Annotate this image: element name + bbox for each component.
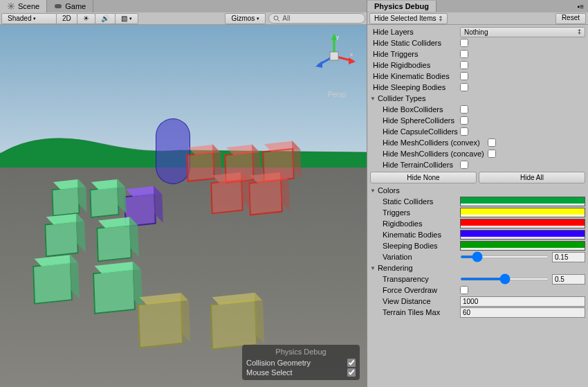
transparency-label: Transparency (370, 275, 460, 283)
transparency-slider[interactable] (460, 278, 549, 280)
hide-kinematic-label: Hide Kinematic Bodies (370, 72, 460, 80)
audio-icon: 🔊 (101, 15, 109, 22)
scene-toolbar: Shaded 2D ☀ 🔊 ▧ Gizmos All (0, 12, 367, 25)
scene-game-tabs: Scene Game (0, 0, 367, 12)
hide-box-label: Hide BoxColliders (370, 105, 460, 114)
hide-kinematic-checkbox[interactable] (460, 72, 468, 80)
svg-line-2 (278, 19, 280, 21)
hide-capsule-checkbox[interactable] (460, 127, 468, 136)
color-triggers-swatch[interactable] (460, 208, 585, 217)
hide-sphere-label: Hide SphereColliders (370, 116, 460, 125)
overlay-collision-label: Collision Geometry (246, 359, 311, 367)
panel-header: Hide Selected Items Reset (367, 12, 588, 25)
color-kinematic-label: Kinematic Bodies (370, 231, 460, 239)
view-distance-field[interactable] (460, 296, 585, 307)
lighting-toggle[interactable]: ☀ (77, 13, 95, 24)
hide-all-button[interactable]: Hide All (479, 172, 585, 183)
force-overdraw-label: Force Overdraw (370, 286, 460, 294)
terrain-tiles-field[interactable] (460, 307, 585, 318)
terrain-tiles-label: Terrain Tiles Max (370, 308, 460, 316)
hide-mesh-convex-label: Hide MeshColliders (convex) (370, 138, 488, 147)
hide-rigidbodies-label: Hide Rigidbodies (370, 61, 460, 69)
reset-button[interactable]: Reset (555, 13, 586, 24)
overlay-collision-checkbox[interactable] (347, 359, 356, 367)
scene-objects (0, 25, 367, 387)
tab-game-label: Game (65, 2, 86, 10)
hide-mesh-concave-checkbox[interactable] (488, 150, 496, 158)
hide-capsule-label: Hide CapsuleColliders (370, 127, 460, 136)
panel-body: Hide Layers Nothing Hide Static Collider… (367, 25, 588, 387)
tab-physics-debug[interactable]: Physics Debug (367, 1, 437, 12)
overlay-mouse-checkbox[interactable] (347, 368, 356, 377)
scene-icon (7, 2, 15, 10)
scene-viewport[interactable]: Persp y x (0, 25, 367, 387)
hide-terrain-checkbox[interactable] (460, 161, 468, 169)
color-sleeping-swatch[interactable] (460, 241, 585, 251)
image-icon: ▧ (121, 15, 127, 22)
force-overdraw-checkbox[interactable] (460, 286, 468, 294)
tab-scene-label: Scene (18, 2, 39, 10)
search-placeholder: All (282, 15, 290, 22)
view-distance-label: View Distance (370, 297, 460, 305)
colors-foldout[interactable]: Colors (370, 185, 585, 196)
color-static-label: Static Colliders (370, 197, 460, 206)
hide-sleeping-checkbox[interactable] (460, 83, 468, 91)
overlay-mouse-label: Mouse Select (246, 368, 293, 377)
variation-field[interactable] (552, 252, 585, 262)
color-sleeping-label: Sleeping Bodies (370, 242, 460, 250)
inspector-tabs: Physics Debug ▪≡ (367, 0, 588, 12)
transparency-field[interactable] (552, 274, 585, 285)
shading-mode-dropdown[interactable]: Shaded (1, 13, 57, 24)
hide-rigidbodies-checkbox[interactable] (460, 61, 468, 69)
gizmos-dropdown[interactable]: Gizmos (225, 13, 266, 24)
search-icon (273, 15, 280, 22)
hide-triggers-label: Hide Triggers (370, 50, 460, 58)
color-kinematic-swatch[interactable] (460, 230, 585, 240)
color-variation-label: Variation (370, 253, 460, 261)
color-static-swatch[interactable] (460, 197, 585, 206)
hide-layers-label: Hide Layers (370, 28, 460, 36)
hide-mode-dropdown[interactable]: Hide Selected Items (369, 13, 448, 24)
color-triggers-label: Triggers (370, 208, 460, 217)
rendering-foldout[interactable]: Rendering (370, 262, 585, 273)
hide-layers-dropdown[interactable]: Nothing (460, 27, 585, 37)
collider-types-foldout[interactable]: Collider Types (370, 93, 585, 104)
audio-toggle[interactable]: 🔊 (95, 13, 116, 24)
hide-sleeping-label: Hide Sleeping Bodies (370, 83, 460, 91)
variation-slider[interactable] (460, 255, 549, 258)
overlay-title: Physics Debug (246, 348, 356, 356)
physics-debug-overlay[interactable]: Physics Debug Collision Geometry Mouse S… (242, 345, 360, 380)
hide-none-button[interactable]: Hide None (370, 172, 477, 183)
svg-point-1 (274, 16, 278, 20)
hide-triggers-checkbox[interactable] (460, 50, 468, 58)
hide-static-label: Hide Static Colliders (370, 39, 460, 47)
game-icon (54, 2, 62, 10)
capsule-collider (156, 118, 190, 184)
tab-game[interactable]: Game (47, 0, 93, 12)
hide-box-checkbox[interactable] (460, 105, 468, 114)
sun-icon: ☀ (83, 15, 89, 22)
hide-mesh-convex-checkbox[interactable] (488, 138, 496, 147)
svg-rect-0 (55, 4, 62, 8)
hide-static-checkbox[interactable] (460, 39, 468, 47)
tab-scene[interactable]: Scene (0, 0, 47, 12)
fx-dropdown[interactable]: ▧ (115, 13, 138, 24)
hide-terrain-label: Hide TerrainColliders (370, 161, 460, 169)
hide-sphere-checkbox[interactable] (460, 116, 468, 125)
mode-2d-button[interactable]: 2D (56, 13, 77, 24)
panel-menu-icon[interactable]: ▪≡ (573, 3, 588, 10)
scene-search-field[interactable]: All (268, 13, 365, 24)
color-rigidbodies-label: Rigidbodies (370, 219, 460, 228)
color-rigidbodies-swatch[interactable] (460, 219, 585, 228)
hide-mesh-concave-label: Hide MeshColliders (concave) (370, 150, 488, 158)
